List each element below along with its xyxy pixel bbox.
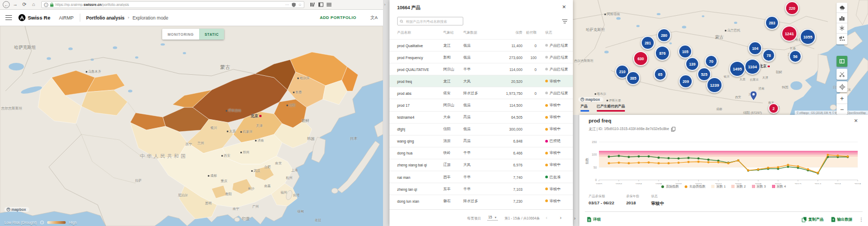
add-portfolio-button[interactable]: ADD PORTFOLIO bbox=[320, 15, 356, 20]
cluster-marker[interactable]: 56 bbox=[789, 50, 802, 63]
collapse-chevron-icon[interactable]: › bbox=[384, 2, 386, 7]
table-row[interactable]: prod freq龙江大风20,520审核中 bbox=[390, 75, 573, 87]
weather-layer-button[interactable] bbox=[837, 3, 847, 13]
legend-band[interactable]: 层数 3 bbox=[752, 184, 766, 189]
copy-product-button[interactable]: 复制产品 bbox=[802, 217, 824, 222]
hamburger-menu-icon[interactable] bbox=[5, 15, 12, 20]
risk-gradient bbox=[47, 221, 66, 224]
screen: ← → ⟳ ⌂ i https://np.srairmp.swissre.cn/… bbox=[0, 0, 868, 226]
cluster-basemap bbox=[573, 0, 868, 115]
close-icon[interactable]: ✕ bbox=[562, 4, 566, 10]
library-icon[interactable] bbox=[310, 2, 315, 7]
per-page-select[interactable]: 15▼ bbox=[487, 215, 498, 221]
map-label: 中华人民共和国 bbox=[140, 153, 188, 160]
chart-layer-button[interactable] bbox=[837, 13, 847, 23]
cluster-marker[interactable]: 283 bbox=[765, 16, 779, 30]
expand-chevron-icon[interactable]: › bbox=[574, 216, 576, 221]
zoom-in-button[interactable]: + bbox=[837, 94, 847, 104]
cluster-marker[interactable]: 1241 bbox=[781, 25, 797, 42]
url-text: https://np.srairmp.swissre.cn/portfolio-… bbox=[55, 3, 284, 7]
table-row[interactable]: zheng xiang bai qi辽源大风6,976审核中 bbox=[390, 159, 573, 171]
locate-button[interactable] bbox=[837, 81, 847, 92]
sidebar-icon[interactable] bbox=[318, 2, 323, 7]
translate-icon[interactable]: 文A bbox=[371, 15, 378, 21]
prev-page-icon[interactable]: ‹ bbox=[546, 215, 547, 221]
close-icon[interactable]: ✕ bbox=[854, 118, 858, 124]
export-data-button[interactable]: 输出数据 bbox=[831, 217, 852, 222]
reload-icon[interactable]: ⟳ bbox=[21, 1, 28, 8]
cluster-marker[interactable]: 104 bbox=[748, 41, 762, 55]
copy-icon[interactable] bbox=[671, 127, 675, 132]
site-info-icon[interactable]: i bbox=[44, 3, 48, 7]
map-label: 乌鲁木齐 bbox=[86, 69, 101, 74]
table-row[interactable]: zheng lan qi东丰干旱7,103审核中 bbox=[390, 183, 573, 195]
home-icon[interactable]: ⌂ bbox=[30, 1, 37, 8]
browser-toolbar: ← → ⟳ ⌂ i https://np.srairmp.swissre.cn/… bbox=[0, 0, 383, 10]
cluster-marker[interactable]: 630 bbox=[633, 51, 648, 66]
search-input[interactable] bbox=[405, 19, 461, 24]
table-row[interactable]: nai man西丰干旱7,740已批准 bbox=[390, 171, 573, 183]
legend-band[interactable]: 层数 1 bbox=[711, 184, 725, 189]
zoom-out-button[interactable]: − bbox=[837, 104, 847, 114]
table-body: prod Qualitative龙江低温11,4000产品已结束prod Fre… bbox=[390, 39, 573, 206]
table-row[interactable]: dfghj信阳低温300,000审核中 bbox=[390, 123, 573, 135]
monitoring-tab[interactable]: MONITORING bbox=[162, 29, 199, 40]
table-cell: 7,103 bbox=[494, 187, 522, 191]
map-label: 北京 bbox=[760, 64, 770, 69]
more-actions-icon[interactable]: ⋯ bbox=[285, 3, 289, 7]
combo-layer-button[interactable] bbox=[837, 34, 847, 44]
table-row[interactable]: wang qing清原高温6,848已拒绝 bbox=[390, 135, 573, 147]
table-cell: 大余 bbox=[443, 114, 451, 120]
table-row[interactable]: prod Qualitative龙江低温11,4000产品已结束 bbox=[390, 39, 573, 51]
table-row[interactable]: dong hua铁岭干旱6,466审核中 bbox=[390, 147, 573, 159]
next-page-icon[interactable]: › bbox=[560, 215, 561, 221]
legend-band[interactable]: 层数 2 bbox=[731, 184, 745, 189]
legend-band[interactable]: 层数 4 bbox=[772, 184, 786, 189]
table-row[interactable]: prod QUALITATIVE阿尔山干旱114,0000产品已结束 bbox=[390, 63, 573, 75]
back-icon[interactable]: ← bbox=[3, 1, 10, 8]
cluster-marker[interactable]: 876 bbox=[655, 46, 670, 61]
cluster-marker[interactable]: 78 bbox=[762, 49, 775, 62]
cluster-marker[interactable]: 280 bbox=[657, 28, 671, 42]
bookmark-star-icon[interactable]: ☆ bbox=[298, 3, 302, 7]
cluster-marker[interactable]: 2 bbox=[768, 103, 779, 114]
product-search[interactable] bbox=[397, 17, 463, 25]
info-icon[interactable]: i bbox=[40, 221, 44, 224]
cluster-marker[interactable]: 1239 bbox=[706, 77, 723, 93]
choropleth-map[interactable]: MONITORING STATIC mmapbox Low Risk (Drou… bbox=[0, 26, 383, 226]
chart-legend: 原始指数去趋势指数层数 1层数 2层数 3层数 4 bbox=[579, 184, 868, 189]
table-row[interactable]: prod Frequency新和低温273,600100产品已结束 bbox=[390, 51, 573, 63]
table-row[interactable]: dong lun xian磐石降水过多7,230审核中 bbox=[390, 195, 573, 206]
table-row[interactable]: prod abs依安降水过多1,973,7500产品已结束 bbox=[390, 87, 573, 99]
cluster-marker[interactable]: 209 bbox=[679, 74, 693, 88]
table-row[interactable]: testname4大余高温64,505审核中 bbox=[390, 111, 573, 123]
cluster-marker[interactable]: 385 bbox=[626, 71, 640, 85]
info-field: 状态审核中 bbox=[651, 194, 664, 206]
static-tab[interactable]: STATIC bbox=[199, 29, 224, 40]
cluster-marker[interactable]: 281 bbox=[641, 36, 655, 50]
forward-icon[interactable]: → bbox=[11, 1, 19, 8]
url-bar[interactable]: i https://np.srairmp.swissre.cn/portfoli… bbox=[41, 1, 304, 8]
legend-series[interactable]: 去趋势指数 bbox=[685, 184, 705, 189]
cluster-marker[interactable]: 139 bbox=[685, 57, 699, 71]
cluster-marker[interactable]: 1104 bbox=[744, 59, 761, 75]
cluster-marker[interactable]: 65 bbox=[654, 68, 667, 81]
snow-layer-button[interactable] bbox=[837, 23, 847, 34]
legend-series[interactable]: 原始指数 bbox=[661, 184, 679, 189]
selected-station-pin[interactable] bbox=[750, 91, 757, 101]
cluster-marker[interactable]: 1495 bbox=[729, 61, 745, 77]
polygon-layer-button[interactable] bbox=[837, 56, 847, 67]
cluster-map[interactable]: 产品已产生赔付的产品 mmapbox © eMapgo · GS (2018) … bbox=[573, 0, 868, 115]
table-row[interactable]: prod 17阿尔山低温114,500审核中 bbox=[390, 99, 573, 111]
cluster-marker[interactable]: 105 bbox=[678, 44, 692, 59]
measure-button[interactable] bbox=[837, 69, 847, 80]
shield-icon[interactable] bbox=[292, 3, 296, 7]
cluster-marker[interactable]: 70 bbox=[705, 55, 718, 68]
breadcrumb[interactable]: Portfolio analysis bbox=[86, 15, 125, 21]
detail-button[interactable]: 详细 bbox=[587, 217, 601, 222]
cluster-marker[interactable]: 220 bbox=[785, 1, 799, 15]
cluster-marker[interactable]: 1055 bbox=[800, 29, 816, 45]
more-menu-icon[interactable]: ⋮ bbox=[859, 217, 864, 222]
filter-icon[interactable] bbox=[562, 20, 567, 24]
menu-icon[interactable] bbox=[327, 2, 331, 7]
